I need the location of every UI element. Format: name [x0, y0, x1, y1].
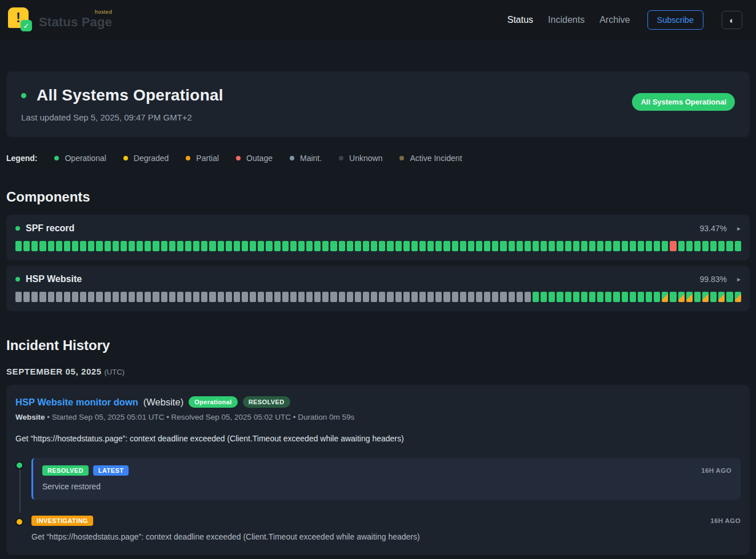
subscribe-button[interactable]: Subscribe [647, 10, 703, 30]
uptime-bar [258, 241, 264, 251]
uptime-bar [654, 241, 660, 251]
component-card-spf-record: SPF record 93.47% ▸ [6, 215, 750, 260]
uptime-bar [282, 241, 289, 251]
update-header: RESOLVED LATEST 16H AGO [42, 465, 731, 476]
uptime-bar [387, 241, 393, 251]
uptime-bar [573, 241, 579, 251]
legend-item-outage: Outage [236, 154, 273, 163]
uptime-bar [322, 241, 329, 251]
uptime-bar [565, 241, 571, 251]
uptime-bar [347, 292, 353, 302]
uptime-bar [121, 292, 127, 302]
uptime-bar [274, 241, 281, 251]
chevron-right-icon[interactable]: ▸ [737, 224, 741, 232]
uptime-bar [201, 292, 207, 302]
uptime-bar [492, 292, 498, 302]
update-timestamp: 16H AGO [701, 467, 731, 474]
uptime-bar [597, 292, 603, 302]
uptime-bar [435, 241, 442, 251]
incident-update-resolved: RESOLVED LATEST 16H AGO Service restored [15, 458, 741, 500]
legend-item-unknown: Unknown [339, 154, 382, 163]
chevron-right-icon[interactable]: ▸ [737, 275, 741, 283]
nav-status[interactable]: Status [507, 15, 533, 25]
uptime-bar [379, 241, 385, 251]
uptime-bar [718, 241, 725, 251]
nav-incidents[interactable]: Incidents [548, 15, 585, 25]
uptime-bar [710, 292, 717, 302]
uptime-bar [670, 292, 676, 302]
legend-item-degraded: Degraded [123, 154, 169, 163]
uptime-bar [460, 292, 466, 302]
uptime-bar [541, 241, 547, 251]
uptime-bar [298, 292, 305, 302]
uptime-bar [242, 241, 248, 251]
uptime-percentage: 93.47% [699, 224, 726, 233]
uptime-bar [443, 241, 450, 251]
uptime-bar [726, 241, 733, 251]
timeline-dot-resolved [15, 461, 23, 469]
uptime-bar [226, 241, 232, 251]
uptime-bar [549, 241, 555, 251]
uptime-bar [597, 241, 603, 251]
uptime-bar [443, 292, 450, 302]
uptime-bar [452, 292, 458, 302]
uptime-bar [710, 241, 717, 251]
nav-archive[interactable]: Archive [599, 15, 630, 25]
uptime-bar [39, 241, 46, 251]
uptime-bar [48, 241, 54, 251]
uptime-bar [435, 292, 442, 302]
uptime-bar [137, 241, 143, 251]
uptime-bar [330, 241, 337, 251]
uptime-bar [589, 241, 595, 251]
uptime-bars [15, 292, 741, 302]
uptime-bar [427, 241, 434, 251]
partial-dot-icon [186, 156, 190, 160]
uptime-bar [88, 292, 94, 302]
uptime-bar [72, 241, 78, 251]
uptime-bar [403, 241, 410, 251]
unknown-dot-icon [339, 156, 343, 160]
component-header[interactable]: SPF record 93.47% ▸ [15, 223, 741, 234]
uptime-bar [581, 241, 587, 251]
incident-title-link[interactable]: HSP Website monitor down [15, 397, 138, 408]
uptime-bar [242, 292, 248, 302]
uptime-bar [298, 241, 305, 251]
incident-description: Get “https://hostedstatus.page”: context… [15, 434, 741, 443]
uptime-bar [169, 292, 175, 302]
operational-dot-icon [54, 156, 59, 160]
incident-timeline: RESOLVED LATEST 16H AGO Service restored… [15, 458, 741, 541]
legend: Legend: Operational Degraded Partial Out… [6, 154, 750, 163]
maintenance-dot-icon [290, 156, 294, 160]
theme-toggle-button[interactable]: ◐ [722, 11, 742, 29]
banner-left: All Systems Operational Last updated Sep… [21, 86, 223, 122]
uptime-bar [322, 292, 329, 302]
uptime-bar [290, 241, 297, 251]
uptime-bar [209, 292, 215, 302]
uptime-bar [395, 241, 402, 251]
incident-title-row: HSP Website monitor down (Website) Opera… [15, 396, 741, 408]
uptime-bar [371, 241, 377, 251]
uptime-bar [23, 241, 30, 251]
uptime-bar [735, 241, 741, 251]
components-title: Components [6, 189, 750, 205]
uptime-bar [500, 241, 506, 251]
uptime-bar [15, 292, 22, 302]
uptime-bar [31, 292, 38, 302]
uptime-bar [484, 292, 490, 302]
update-box-latest: RESOLVED LATEST 16H AGO Service restored [31, 458, 741, 500]
uptime-bar [201, 241, 207, 251]
uptime-bar [533, 241, 539, 251]
brand-logo[interactable]: ! ✓ hosted Status Page [8, 7, 112, 33]
uptime-bar [646, 241, 652, 251]
uptime-bar [387, 292, 393, 302]
uptime-bar [113, 292, 119, 302]
component-header[interactable]: HSP Website 99.83% ▸ [15, 274, 741, 284]
uptime-bar [525, 292, 531, 302]
uptime-bar [137, 292, 143, 302]
legend-item-operational: Operational [54, 154, 106, 163]
uptime-bar [452, 241, 458, 251]
overall-status-title: All Systems Operational [37, 86, 223, 104]
operational-status-dot [21, 93, 26, 98]
uptime-bar [185, 292, 191, 302]
component-name: SPF record [26, 223, 74, 234]
